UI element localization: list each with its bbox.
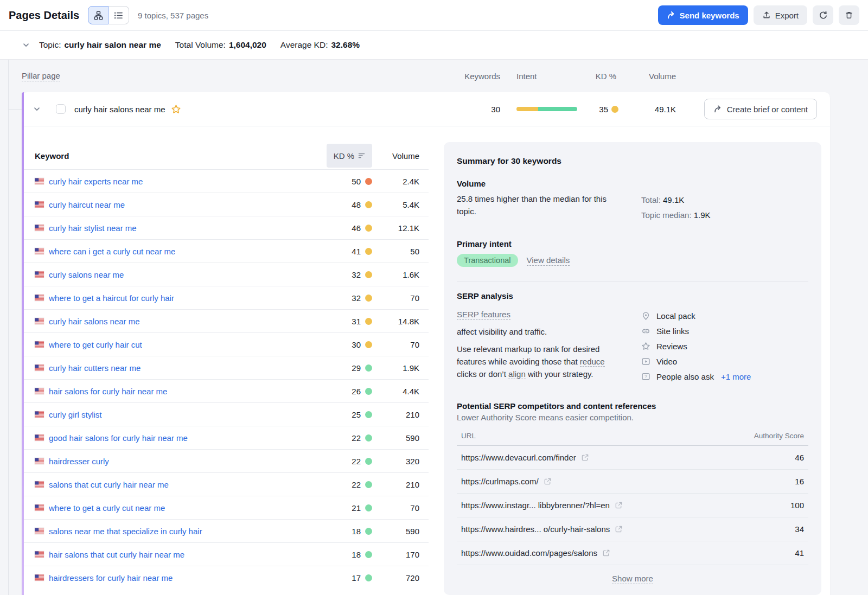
topic-name: curly hair salon near me — [65, 40, 161, 50]
us-flag-icon — [35, 528, 44, 534]
align-link[interactable]: align — [508, 369, 526, 379]
keyword-link[interactable]: hairdresser curly — [49, 457, 109, 466]
external-link-icon[interactable] — [615, 501, 623, 509]
keyword-row[interactable]: where to get curly hair cut 30 70 — [22, 332, 429, 356]
pillar-page-name[interactable]: curly hair salons near me — [74, 105, 165, 114]
view-mode-toggle — [88, 6, 129, 24]
keyword-row[interactable]: hair salons for curly hair near me 26 4.… — [22, 379, 429, 402]
kd-dot — [365, 458, 372, 465]
refresh-icon — [819, 11, 828, 20]
mindmap-view-button[interactable] — [88, 6, 108, 24]
kd-value: 48 — [352, 200, 361, 209]
keyword-link[interactable]: where to get a haircut for curly hair — [49, 293, 174, 303]
external-link-icon[interactable] — [581, 453, 589, 462]
reduce-link[interactable]: reduce — [580, 357, 605, 367]
serp-features-link[interactable]: SERP features — [457, 310, 510, 320]
topic-row[interactable]: Topic: curly hair salon near me Total Vo… — [0, 31, 868, 60]
keyword-link[interactable]: curly haircut near me — [49, 200, 125, 209]
kd-dot — [365, 248, 372, 255]
keyword-row[interactable]: good hair salons for curly hair near me … — [22, 426, 429, 449]
external-link-icon[interactable] — [544, 477, 552, 485]
volume-value: 5.4K — [372, 200, 419, 209]
topbar-actions: Send keywords Export — [658, 5, 859, 25]
keyword-row[interactable]: curly hair cutters near me 29 1.9K — [22, 356, 429, 379]
keyword-link[interactable]: where can i get a curly cut near me — [49, 247, 175, 256]
pillar-chevron-down-icon[interactable] — [33, 105, 41, 113]
serp-line1: affect visibility and traffic. — [457, 325, 626, 338]
keyword-row[interactable]: where to get a haircut for curly hair 32… — [22, 286, 429, 309]
kd-dot — [365, 271, 372, 278]
keyword-link[interactable]: hairdressers for curly hair near me — [49, 573, 173, 583]
keyword-link[interactable]: hair salons for curly hair near me — [49, 387, 167, 396]
total-volume-label: Total Volume: — [175, 40, 226, 50]
competitor-url[interactable]: https://curlmaps.com/ — [461, 477, 552, 486]
pillar-page-header[interactable]: Pillar page — [22, 71, 60, 81]
export-button[interactable]: Export — [754, 5, 807, 25]
sort-descending-icon — [358, 152, 365, 159]
keyword-row[interactable]: curly girl stylist 25 210 — [22, 402, 429, 426]
competitor-url[interactable]: https://www.hairdres... o/curly-hair-sal… — [461, 524, 623, 534]
kd-value: 21 — [352, 503, 361, 513]
kd-value: 22 — [352, 480, 361, 489]
keyword-column-header: Keyword — [35, 151, 318, 161]
keyword-link[interactable]: where to get curly hair cut — [49, 340, 142, 349]
kd-value: 50 — [352, 177, 361, 186]
keyword-link[interactable]: curly hair stylist near me — [49, 223, 137, 233]
competitor-url[interactable]: https://www.devacurl.com/finder — [461, 453, 589, 462]
keyword-link[interactable]: good hair salons for curly hair near me — [49, 433, 188, 443]
keyword-link[interactable]: curly girl stylist — [49, 410, 102, 419]
create-brief-button[interactable]: Create brief or content — [704, 99, 817, 119]
keyword-row[interactable]: salons near me that specialize in curly … — [22, 519, 429, 542]
view-details-link[interactable]: View details — [527, 255, 570, 266]
keyword-row[interactable]: where can i get a curly cut near me 41 5… — [22, 239, 429, 263]
competitors-title: Potential SERP competitors and content r… — [457, 401, 808, 411]
pillar-details: Keyword KD % Volume — [22, 126, 830, 595]
keyword-row[interactable]: hairdressers for curly hair near me 17 7… — [22, 566, 429, 589]
volume-value: 4.4K — [372, 387, 419, 396]
keyword-link[interactable]: curly hair salons near me — [49, 317, 140, 326]
delete-button[interactable] — [839, 5, 859, 25]
list-view-button[interactable] — [108, 6, 129, 24]
keyword-row[interactable]: salons that cut curly hair near me 22 21… — [22, 472, 429, 496]
kd-dot — [365, 481, 372, 488]
external-link-icon[interactable] — [602, 549, 610, 557]
kd-value: 32 — [352, 270, 361, 279]
keyword-row[interactable]: hairdresser curly 22 320 — [22, 449, 429, 472]
kd-dot — [365, 411, 372, 418]
keyword-row[interactable]: curly hair experts near me 50 2.4K — [22, 169, 429, 193]
forward-arrow-icon — [713, 105, 722, 113]
keyword-link[interactable]: curly hair experts near me — [49, 177, 143, 186]
average-kd-label: Average KD: — [280, 40, 328, 50]
keyword-link[interactable]: salons near me that specialize in curly … — [49, 527, 202, 536]
average-kd-value: 32.68% — [331, 40, 360, 50]
keyword-row[interactable]: where to get a curly cut near me 21 70 — [22, 496, 429, 519]
refresh-button[interactable] — [813, 5, 833, 25]
sitemap-icon — [94, 11, 103, 20]
send-keywords-button[interactable]: Send keywords — [658, 5, 748, 25]
keyword-link[interactable]: curly salons near me — [49, 270, 124, 279]
keyword-row[interactable]: curly haircut near me 48 5.4K — [22, 193, 429, 216]
keyword-row[interactable]: curly salons near me 32 1.6K — [22, 263, 429, 286]
us-flag-icon — [35, 551, 44, 558]
volume-value: 2.4K — [372, 177, 419, 186]
competitor-url[interactable]: https://www.instagr... libbybrenner/?hl=… — [461, 501, 623, 510]
chevron-down-icon[interactable] — [22, 41, 30, 49]
keyword-row[interactable]: curly hair salons near me 31 14.8K — [22, 309, 429, 332]
show-more-link[interactable]: Show more — [612, 574, 653, 584]
column-header-row: Pillar page Keywords Intent KD % Volume — [22, 60, 830, 92]
external-link-icon[interactable] — [615, 525, 623, 533]
keyword-row[interactable]: hair salons that cut curly hair near me … — [22, 542, 429, 566]
kd-sort-header[interactable]: KD % — [327, 144, 372, 168]
keywords-header: Keywords — [457, 72, 500, 81]
pillar-checkbox[interactable] — [56, 104, 66, 114]
keyword-row[interactable]: curly hair stylist near me 46 12.1K — [22, 216, 429, 239]
keyword-link[interactable]: hair salons that cut curly hair near me — [49, 550, 184, 559]
volume-value: 70 — [372, 293, 419, 303]
competitor-url[interactable]: https://www.ouidad.com/pages/salons — [461, 548, 610, 558]
pillar-row[interactable]: curly hair salons near me 30 35 49.1K — [22, 92, 830, 126]
more-features-link[interactable]: +1 more — [721, 372, 751, 381]
keyword-link[interactable]: salons that cut curly hair near me — [49, 480, 169, 489]
keyword-link[interactable]: curly hair cutters near me — [49, 363, 141, 373]
keyword-link[interactable]: where to get a curly cut near me — [49, 503, 165, 513]
star-icon[interactable] — [171, 104, 181, 114]
